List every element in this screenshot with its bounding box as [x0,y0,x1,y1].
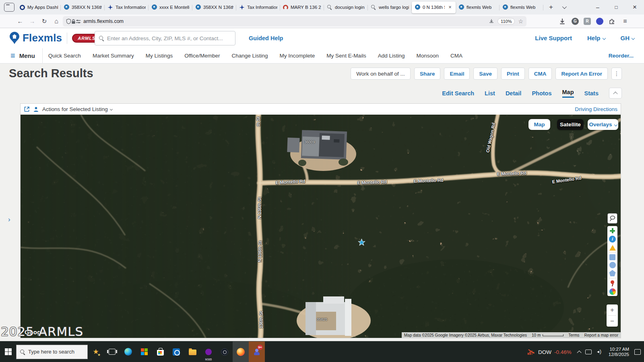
nav-item-my-sent-emails[interactable]: My Sent E-Mails [326,53,366,59]
url-bar[interactable]: armls.flexmls.com 110% [63,16,526,27]
outlook-app-button[interactable] [168,341,184,362]
store-app-button[interactable] [152,341,168,362]
page-zoom-badge[interactable]: 110% [497,18,515,25]
lasso-select-button[interactable] [607,213,617,224]
tab-map[interactable]: Map [562,89,574,98]
tab-edit-search[interactable]: Edit Search [442,90,474,97]
nav-item-cma[interactable]: CMA [450,53,462,59]
display-cast-icon[interactable] [585,350,592,354]
list-all-tabs-icon[interactable] [559,2,569,12]
help-menu[interactable]: Help [587,35,605,41]
ring-app-button[interactable] [217,341,233,362]
external-link-icon[interactable] [24,106,30,112]
browser-tab[interactable]: Tax Information - [105,2,149,13]
browser-tab[interactable]: docusign login - [324,2,368,13]
actions-for-selected-listing-dropdown[interactable]: Actions for Selected Listing [42,106,112,112]
tab-detail[interactable]: Detail [506,90,522,97]
overlays-dropdown-button[interactable]: Overlays [588,119,618,130]
menu-hamburger-icon[interactable] [621,18,629,25]
browser-tab[interactable]: My Apps Dashbo [17,2,61,13]
action-center-icon[interactable] [634,349,641,355]
taskbar-clock[interactable]: 10:27 AM 12/8/2025 [609,347,629,357]
nav-item-office-member[interactable]: Office/Member [184,53,220,59]
info-tool-icon[interactable]: i [609,236,616,243]
nav-item-monsoon[interactable]: Monsoon [416,53,439,59]
window-maximize-button[interactable] [607,0,625,14]
speaker-icon[interactable] [597,349,603,355]
save-button[interactable]: Save [473,68,497,80]
browser-tab[interactable]: xxxx E Montello R [149,2,192,13]
browser-tab[interactable]: flexmls Web [456,2,500,13]
browser-tab[interactable]: 358XX N 136th S [61,2,105,13]
nav-item-my-listings[interactable]: My Listings [146,53,173,59]
nav-item-my-incomplete[interactable]: My Incomplete [280,53,315,59]
stock-widget[interactable]: DOW -0.46% [527,349,572,355]
browser-tab-active[interactable]: 0 N 136th ST 2 [412,2,456,13]
new-tab-button[interactable] [546,2,556,12]
zoom-out-button[interactable]: − [607,316,618,327]
menu-button[interactable]: Menu [19,52,35,59]
save-to-pocket-icon[interactable] [489,19,494,24]
m365-app-button[interactable]: M365 [200,341,217,362]
browser-tab[interactable]: Tax Information - [236,2,280,13]
map-type-satellite-button[interactable]: Satellite [557,119,584,130]
tab-stats[interactable]: Stats [584,90,599,97]
copilot-sparkle-icon[interactable] [88,341,104,362]
live-support-link[interactable]: Live Support [535,35,572,41]
driving-directions-link[interactable]: Driving Directions [575,106,617,112]
header-search[interactable] [95,31,235,45]
more-options-kebab-icon[interactable] [611,68,622,80]
polygon-select-icon[interactable] [609,270,616,276]
extensions-puzzle-icon[interactable] [608,18,615,25]
home-icon[interactable] [52,17,60,25]
email-button[interactable]: Email [444,68,470,80]
forward-icon[interactable] [28,17,36,25]
window-close-button[interactable] [625,0,644,14]
file-explorer-button[interactable] [184,341,200,362]
nav-item-change-listing[interactable]: Change Listing [231,53,268,59]
collapse-panel-button[interactable] [609,88,622,99]
show-hidden-icons-chevron[interactable] [577,350,581,355]
extension-g-icon[interactable]: G [572,18,579,25]
start-button[interactable] [0,341,16,362]
browser-tab[interactable]: flexmls Web [500,2,543,13]
nav-item-quick-search[interactable]: Quick Search [48,53,81,59]
cma-button[interactable]: CMA [528,68,552,80]
menu-hamburger-icon[interactable] [10,51,15,60]
edge-app-button[interactable] [120,341,136,362]
lock-icon[interactable] [71,19,76,24]
pushpin-tool-icon[interactable] [609,280,616,287]
listing-star-marker[interactable] [358,239,365,246]
zoom-in-button[interactable]: + [607,304,618,315]
tab-close-icon[interactable] [447,4,453,10]
shield-icon[interactable] [66,19,71,24]
browser-tab[interactable]: 358XX N 136th S [192,2,236,13]
back-icon[interactable] [16,17,24,25]
tab-photos[interactable]: Photos [532,90,551,97]
radius-select-icon[interactable] [609,262,616,268]
window-minimize-button[interactable] [588,0,607,14]
browser-tab[interactable]: wells fargo login [368,2,412,13]
teams-app-button[interactable]: 9+ [249,341,265,362]
color-overlay-tool-icon[interactable] [609,288,616,295]
firefox-view-icon[interactable] [4,3,14,12]
permissions-sliders-icon[interactable] [76,19,81,24]
extension-r-icon[interactable]: R [584,18,591,25]
map-viewport[interactable]: E Montello Rd E Montello Rd E Montello R… [21,115,621,338]
flexmls-logo[interactable]: Flexmls ARMLS [10,32,101,44]
browser-tab[interactable]: MARY B 136 219- [280,2,324,13]
terms-link[interactable]: Terms [566,332,582,338]
report-error-button[interactable]: Report An Error [555,68,608,80]
nav-item-market-summary[interactable]: Market Summary [93,53,134,59]
downloads-icon[interactable] [559,18,566,25]
rectangle-select-icon[interactable] [609,254,615,260]
task-view-button[interactable] [104,341,120,362]
reorder-link[interactable]: Reorder... [609,53,634,59]
guided-help-link[interactable]: Guided Help [249,35,283,41]
extension-blue-icon[interactable] [596,18,603,25]
nav-item-add-listing[interactable]: Add Listing [378,53,405,59]
report-map-error-link[interactable]: Report a map error [582,332,621,338]
work-on-behalf-button[interactable]: Work on behalf of ... [351,68,411,80]
header-search-input[interactable] [107,35,231,41]
office-app-button[interactable] [136,341,152,362]
